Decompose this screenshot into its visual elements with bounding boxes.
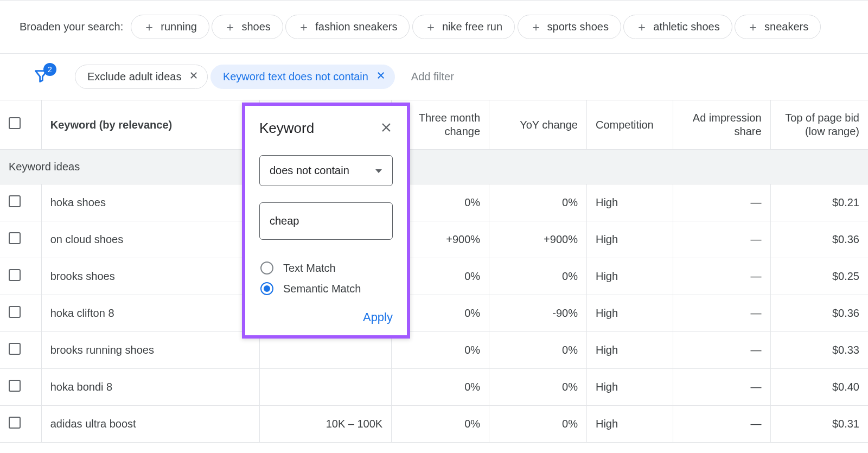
suggestion-label: fashion sneakers — [315, 21, 397, 33]
broaden-suggestion[interactable]: ＋sports shoes — [518, 15, 621, 39]
cell-yoy: 0% — [489, 258, 587, 295]
col-impression-share[interactable]: Ad impression share — [673, 100, 770, 150]
cell-keyword[interactable]: on cloud shoes — [41, 221, 259, 258]
cell-impression: — — [673, 406, 770, 443]
broaden-suggestion[interactable]: ＋shoes — [212, 15, 283, 39]
cell-bid-low: $0.36 — [770, 295, 868, 332]
keyword-input[interactable]: cheap — [259, 202, 393, 240]
add-filter-button[interactable]: Add filter — [405, 71, 454, 83]
cell-three-month: 0% — [392, 406, 489, 443]
table-header-row: Keyword (by relevance) Avg. monthly sear… — [0, 100, 868, 150]
close-icon[interactable] — [376, 71, 386, 83]
filter-chip[interactable]: Keyword text does not contain — [210, 65, 395, 89]
row-checkbox[interactable] — [0, 184, 41, 221]
suggestion-label: nike free run — [442, 21, 502, 33]
cell-keyword[interactable]: hoka clifton 8 — [41, 295, 259, 332]
cell-bid-low: $0.40 — [770, 369, 868, 406]
filter-bar: 2 Exclude adult ideas Keyword text does … — [0, 54, 868, 100]
col-yoy[interactable]: YoY change — [489, 100, 587, 150]
broaden-suggestion[interactable]: ＋nike free run — [412, 15, 515, 39]
chip-label: Keyword text does not contain — [223, 71, 368, 83]
cell-yoy: -90% — [489, 295, 587, 332]
table-row: hoka shoes0%0%High—$0.21 — [0, 184, 868, 221]
cell-keyword[interactable]: adidas ultra boost — [41, 406, 259, 443]
cell-competition: High — [586, 184, 673, 221]
table-row: hoka clifton 80%-90%High—$0.36 — [0, 295, 868, 332]
chevron-down-icon — [375, 164, 382, 177]
row-checkbox[interactable] — [0, 258, 41, 295]
cell-competition: High — [586, 258, 673, 295]
plus-icon: ＋ — [224, 21, 236, 33]
radio-text-match[interactable]: Text Match — [259, 261, 393, 275]
match-type-select[interactable]: does not contain — [259, 155, 393, 186]
radio-label: Text Match — [283, 262, 336, 275]
suggestion-label: shoes — [241, 21, 270, 33]
cell-keyword[interactable]: brooks shoes — [41, 258, 259, 295]
cell-impression: — — [673, 221, 770, 258]
col-bid-low[interactable]: Top of page bid (low range) — [770, 100, 868, 150]
plus-icon: ＋ — [530, 21, 542, 33]
radio-label: Semantic Match — [283, 283, 361, 295]
suggestion-label: sneakers — [764, 21, 808, 33]
plus-icon: ＋ — [425, 21, 437, 33]
cell-bid-low: $0.25 — [770, 258, 868, 295]
plus-icon: ＋ — [636, 21, 648, 33]
apply-button[interactable]: Apply — [363, 310, 393, 324]
broaden-suggestion[interactable]: ＋running — [131, 15, 209, 39]
cell-keyword[interactable]: hoka shoes — [41, 184, 259, 221]
cell-bid-low: $0.33 — [770, 332, 868, 369]
cell-three-month: 0% — [392, 369, 489, 406]
plus-icon: ＋ — [143, 21, 155, 33]
match-type-value: does not contain — [270, 164, 349, 177]
keyword-input-value: cheap — [270, 215, 299, 227]
cell-competition: High — [586, 332, 673, 369]
table-row: hoka bondi 80%0%High—$0.40 — [0, 369, 868, 406]
row-checkbox[interactable] — [0, 332, 41, 369]
cell-keyword[interactable]: hoka bondi 8 — [41, 369, 259, 406]
cell-impression: — — [673, 369, 770, 406]
cell-bid-low: $0.36 — [770, 221, 868, 258]
cell-bid-low: $0.21 — [770, 184, 868, 221]
cell-yoy: 0% — [489, 406, 587, 443]
broaden-label: Broaden your search: — [20, 21, 123, 33]
cell-keyword[interactable]: brooks running shoes — [41, 332, 259, 369]
cell-competition: High — [586, 406, 673, 443]
cell-yoy: 0% — [489, 369, 587, 406]
cell-impression: — — [673, 258, 770, 295]
col-keyword[interactable]: Keyword (by relevance) — [41, 100, 259, 150]
table-row: brooks shoes0%0%High—$0.25 — [0, 258, 868, 295]
row-checkbox[interactable] — [0, 295, 41, 332]
radio-semantic-match[interactable]: Semantic Match — [259, 282, 393, 295]
row-checkbox[interactable] — [0, 369, 41, 406]
broaden-suggestion[interactable]: ＋sneakers — [735, 15, 821, 39]
cell-impression: — — [673, 184, 770, 221]
cell-competition: High — [586, 369, 673, 406]
section-label: Keyword ideas — [0, 150, 868, 184]
plus-icon: ＋ — [298, 21, 310, 33]
chip-label: Exclude adult ideas — [87, 71, 181, 83]
cell-yoy: 0% — [489, 184, 587, 221]
table-row: adidas ultra boost10K – 100K0%0%High—$0.… — [0, 406, 868, 443]
row-checkbox[interactable] — [0, 406, 41, 443]
keyword-filter-popover: Keyword does not contain cheap Text Matc… — [242, 103, 410, 339]
cell-bid-low: $0.31 — [770, 406, 868, 443]
col-competition[interactable]: Competition — [586, 100, 673, 150]
popover-close-icon[interactable] — [380, 121, 393, 136]
broaden-suggestion[interactable]: ＋fashion sneakers — [285, 15, 410, 39]
cell-impression: — — [673, 332, 770, 369]
row-checkbox[interactable] — [0, 221, 41, 258]
table-row: on cloud shoes+900%+900%High—$0.36 — [0, 221, 868, 258]
select-all-checkbox[interactable] — [0, 100, 41, 150]
plus-icon: ＋ — [747, 21, 759, 33]
section-row: Keyword ideas — [0, 150, 868, 184]
radio-icon — [260, 282, 273, 295]
close-icon[interactable] — [189, 71, 199, 83]
suggestion-label: athletic shoes — [653, 21, 719, 33]
broaden-suggestion[interactable]: ＋athletic shoes — [623, 15, 732, 39]
suggestion-label: sports shoes — [547, 21, 609, 33]
suggestion-label: running — [161, 21, 197, 33]
cell-yoy: 0% — [489, 332, 587, 369]
cell-avg: 10K – 100K — [259, 406, 391, 443]
filter-chip[interactable]: Exclude adult ideas — [75, 65, 208, 89]
filter-funnel-icon[interactable]: 2 — [34, 68, 49, 86]
